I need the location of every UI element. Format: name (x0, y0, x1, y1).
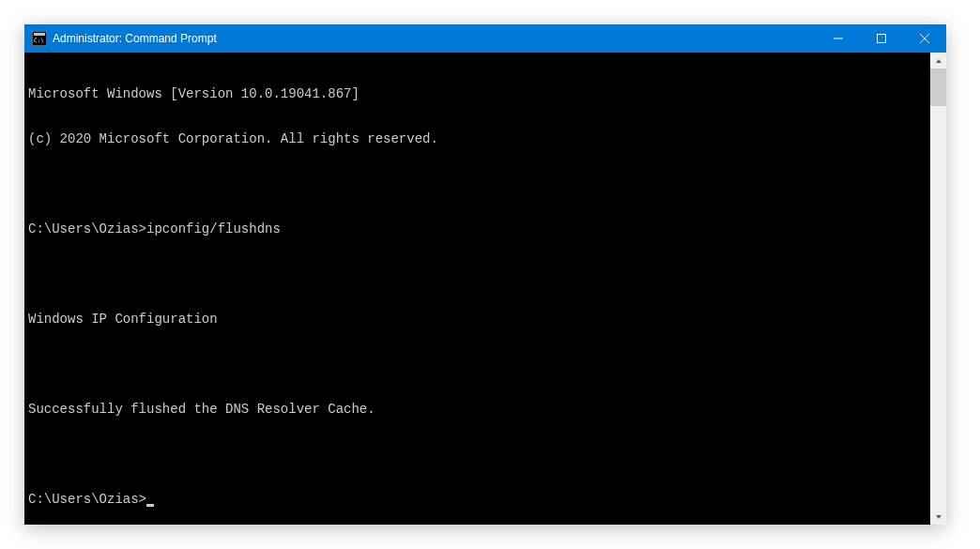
svg-text:C:\: C:\ (34, 37, 44, 43)
cursor (146, 504, 154, 507)
terminal-line: C:\Users\Ozias>ipconfig/flushdns (28, 221, 926, 236)
terminal-line (28, 176, 926, 191)
terminal-prompt-line: C:\Users\Ozias> (28, 492, 926, 507)
command-prompt-window: C:\ Administrator: Command Prompt (24, 24, 946, 525)
app-icon: C:\ (32, 31, 47, 46)
close-button[interactable] (903, 24, 946, 53)
terminal-line (28, 267, 926, 282)
terminal-line (28, 447, 926, 462)
window-title: Administrator: Command Prompt (53, 32, 817, 45)
terminal-line: Successfully flushed the DNS Resolver Ca… (28, 402, 926, 417)
terminal-line (28, 357, 926, 372)
minimize-button[interactable] (817, 24, 860, 53)
svg-rect-1 (34, 33, 45, 36)
terminal-line: Windows IP Configuration (28, 312, 926, 327)
terminal-line: Microsoft Windows [Version 10.0.19041.86… (28, 86, 926, 101)
maximize-button[interactable] (860, 24, 903, 53)
window-controls (817, 24, 946, 53)
svg-marker-8 (936, 515, 942, 519)
terminal-content[interactable]: Microsoft Windows [Version 10.0.19041.86… (24, 53, 930, 525)
scrollbar-up-button[interactable] (930, 53, 946, 69)
svg-marker-7 (936, 59, 942, 63)
terminal-line: (c) 2020 Microsoft Corporation. All righ… (28, 131, 926, 146)
titlebar[interactable]: C:\ Administrator: Command Prompt (24, 24, 946, 53)
scrollbar-track[interactable] (930, 69, 946, 509)
svg-rect-4 (878, 35, 886, 43)
scrollbar[interactable] (930, 53, 946, 525)
scrollbar-down-button[interactable] (930, 509, 946, 525)
terminal-body: Microsoft Windows [Version 10.0.19041.86… (24, 53, 946, 525)
scrollbar-thumb[interactable] (930, 69, 946, 106)
prompt-text: C:\Users\Ozias> (28, 492, 146, 507)
